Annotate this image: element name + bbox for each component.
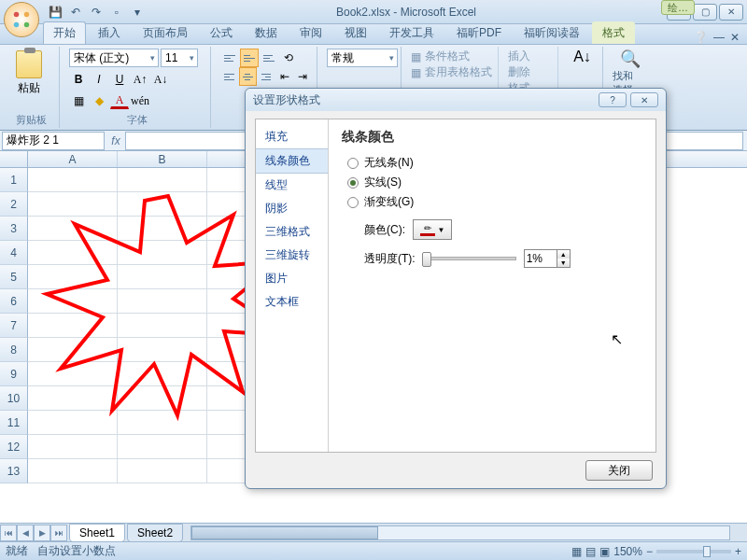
- sheet-nav-last-icon[interactable]: ⏭: [50, 525, 67, 541]
- row-header[interactable]: 2: [0, 192, 28, 217]
- sheet-tab[interactable]: Sheet1: [69, 524, 125, 542]
- align-top-icon[interactable]: [220, 49, 239, 67]
- row-header[interactable]: 5: [0, 265, 28, 289]
- row-header[interactable]: 1: [0, 168, 28, 192]
- cell[interactable]: [118, 217, 207, 241]
- cell[interactable]: [28, 435, 118, 459]
- slider-thumb[interactable]: [422, 252, 431, 267]
- row-header[interactable]: 7: [0, 314, 28, 338]
- phonetic-button[interactable]: wén: [131, 91, 149, 110]
- find-select-icon[interactable]: 🔍: [613, 49, 648, 69]
- tab-page-layout[interactable]: 页面布局: [133, 21, 198, 44]
- zoom-in-icon[interactable]: +: [735, 545, 741, 558]
- cell[interactable]: [118, 241, 207, 265]
- row-header[interactable]: 12: [0, 435, 28, 459]
- table-format-icon[interactable]: ▦: [411, 66, 421, 79]
- row-header[interactable]: 3: [0, 217, 28, 241]
- cell[interactable]: [28, 314, 118, 338]
- cell[interactable]: [118, 338, 207, 362]
- tab-developer[interactable]: 开发工具: [379, 21, 444, 44]
- font-name-combo[interactable]: 宋体 (正文): [69, 49, 159, 67]
- cell[interactable]: [28, 168, 118, 192]
- nav-textbox[interactable]: 文本框: [256, 290, 328, 314]
- nav-3d-rotation[interactable]: 三维旋转: [256, 244, 328, 267]
- row-header[interactable]: 8: [0, 338, 28, 362]
- nav-line-color[interactable]: 线条颜色: [256, 148, 328, 174]
- fill-color-button[interactable]: ◆: [90, 91, 108, 110]
- cell[interactable]: [118, 314, 207, 338]
- horizontal-scrollbar[interactable]: [190, 525, 730, 540]
- zoom-out-icon[interactable]: −: [646, 545, 653, 558]
- tab-data[interactable]: 数据: [245, 21, 288, 44]
- tab-home[interactable]: 开始: [43, 21, 86, 44]
- new-icon[interactable]: ▫: [108, 4, 125, 21]
- tab-view[interactable]: 视图: [334, 21, 377, 44]
- align-right-icon[interactable]: [258, 67, 275, 86]
- view-normal-icon[interactable]: ▦: [571, 545, 582, 558]
- cell[interactable]: [28, 338, 118, 362]
- number-format-combo[interactable]: 常规: [327, 49, 398, 67]
- col-header[interactable]: B: [118, 151, 207, 167]
- tab-foxit-pdf[interactable]: 福昕PDF: [446, 21, 512, 44]
- nav-picture[interactable]: 图片: [256, 267, 328, 290]
- transparency-slider[interactable]: [423, 257, 516, 260]
- sort-filter-icon[interactable]: A↓: [568, 49, 597, 65]
- tab-foxit-reader[interactable]: 福昕阅读器: [514, 21, 590, 44]
- cell[interactable]: [28, 217, 118, 241]
- increase-indent-icon[interactable]: ⇥: [294, 67, 311, 86]
- nav-3d-format[interactable]: 三维格式: [256, 220, 328, 244]
- row-header[interactable]: 13: [0, 459, 28, 483]
- border-button[interactable]: ▦: [69, 91, 88, 110]
- italic-button[interactable]: I: [90, 70, 108, 89]
- sheet-nav-first-icon[interactable]: ⏮: [0, 525, 17, 541]
- cell[interactable]: [28, 386, 118, 411]
- paste-button[interactable]: 粘贴: [9, 49, 49, 98]
- tab-review[interactable]: 审阅: [289, 21, 332, 44]
- shrink-font-icon[interactable]: A↓: [151, 70, 170, 89]
- transparency-spinner[interactable]: 1% ▲ ▼: [524, 249, 571, 268]
- dialog-close-icon[interactable]: ✕: [630, 92, 658, 107]
- decrease-indent-icon[interactable]: ⇤: [275, 67, 292, 86]
- cell[interactable]: [118, 168, 207, 192]
- view-layout-icon[interactable]: ▤: [585, 545, 596, 558]
- maximize-button[interactable]: ▢: [693, 4, 717, 21]
- sheet-nav-prev-icon[interactable]: ◀: [17, 525, 34, 541]
- tab-insert[interactable]: 插入: [88, 21, 131, 44]
- cell[interactable]: [28, 265, 118, 289]
- cell[interactable]: [118, 289, 207, 314]
- radio-gradient-line[interactable]: 渐变线(G): [347, 194, 642, 210]
- dialog-help-icon[interactable]: ?: [599, 92, 627, 107]
- row-header[interactable]: 11: [0, 411, 28, 435]
- sheet-tab[interactable]: Sheet2: [127, 524, 183, 542]
- tab-format-context[interactable]: 格式: [592, 21, 635, 44]
- cell[interactable]: [118, 386, 207, 411]
- grow-font-icon[interactable]: A↑: [131, 70, 149, 89]
- spin-down-icon[interactable]: ▼: [557, 259, 570, 267]
- nav-shadow[interactable]: 阴影: [256, 197, 328, 220]
- tab-formulas[interactable]: 公式: [200, 21, 243, 44]
- radio-solid-line[interactable]: 实线(S): [347, 175, 642, 190]
- font-color-button[interactable]: A: [110, 93, 129, 109]
- delete-cells-button[interactable]: 删除: [508, 64, 552, 80]
- radio-no-line[interactable]: 无线条(N): [347, 155, 642, 171]
- row-header[interactable]: 9: [0, 362, 28, 386]
- cell[interactable]: [118, 192, 207, 217]
- select-all-corner[interactable]: [0, 151, 28, 167]
- col-header[interactable]: A: [28, 151, 118, 167]
- underline-button[interactable]: U: [110, 70, 129, 89]
- cell[interactable]: [118, 411, 207, 435]
- cell[interactable]: [118, 435, 207, 459]
- cell[interactable]: [28, 289, 118, 314]
- orientation-icon[interactable]: ⟲: [279, 49, 298, 67]
- align-bottom-icon[interactable]: [260, 49, 278, 67]
- align-left-icon[interactable]: [220, 67, 238, 86]
- fx-icon[interactable]: fx: [106, 134, 125, 147]
- nav-fill[interactable]: 填充: [256, 125, 328, 148]
- zoom-level[interactable]: 150%: [613, 545, 642, 558]
- undo-icon[interactable]: ↶: [67, 4, 84, 21]
- cell[interactable]: [28, 192, 118, 217]
- cond-format-icon[interactable]: ▦: [411, 50, 421, 63]
- cell[interactable]: [28, 459, 118, 483]
- close-window-button[interactable]: ✕: [719, 4, 743, 21]
- office-button[interactable]: [4, 2, 39, 37]
